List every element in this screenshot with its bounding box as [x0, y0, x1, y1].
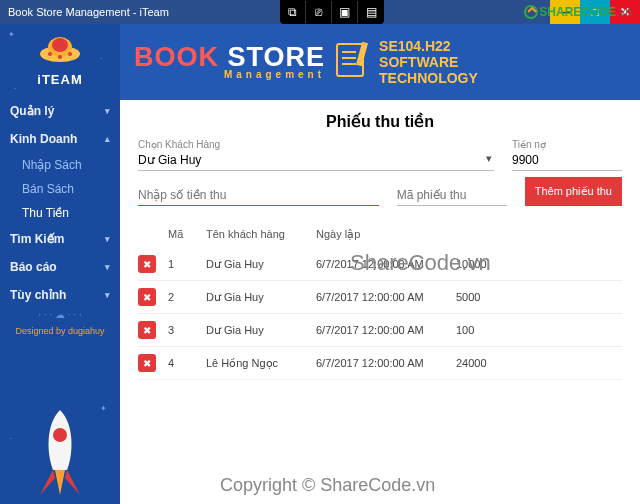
submit-button[interactable]: Thêm phiếu thu — [525, 177, 622, 206]
sidebar-item-tuychinh[interactable]: Tùy chỉnh▾ — [0, 281, 120, 309]
chevron-down-icon: ▾ — [105, 106, 110, 116]
cell-amount: 100 — [456, 324, 526, 336]
customer-label: Chọn Khách Hàng — [138, 139, 494, 150]
cell-date: 6/7/2017 12:00:00 AM — [316, 258, 456, 270]
delete-button[interactable]: ✖ — [138, 354, 156, 372]
code-input[interactable] — [397, 185, 507, 206]
svg-point-5 — [58, 55, 62, 59]
customer-select[interactable] — [138, 150, 494, 171]
cell-name: Dư Gia Huy — [206, 258, 316, 271]
rocket-icon — [0, 400, 120, 504]
cell-id: 4 — [168, 357, 206, 369]
content: BOOK STORE Management SE104.H22 SOFTWARE… — [120, 24, 640, 504]
amount-input[interactable] — [138, 185, 379, 206]
table-row[interactable]: ✖4Lê Hồng Ngọc6/7/2017 12:00:00 AM24000 — [138, 347, 622, 380]
notepad-icon — [335, 40, 369, 84]
table-header: Mã Tên khách hàng Ngày lập — [138, 222, 622, 248]
designed-by: Designed by dugiahuy — [0, 326, 120, 336]
sharecode-badge: SHARECODE.vn — [523, 4, 632, 20]
chevron-down-icon: ▾ — [105, 234, 110, 244]
cell-id: 1 — [168, 258, 206, 270]
sidebar-item-timkiem[interactable]: Tìm Kiếm▾ — [0, 225, 120, 253]
cell-date: 6/7/2017 12:00:00 AM — [316, 291, 456, 303]
receipts-table: Mã Tên khách hàng Ngày lập ✖1Dư Gia Huy6… — [120, 218, 640, 380]
dev-toolbar: ⧉ ⎚ ▣ ▤ — [280, 0, 384, 24]
cell-id: 3 — [168, 324, 206, 336]
cell-amount: 5000 — [456, 291, 526, 303]
cell-id: 2 — [168, 291, 206, 303]
svg-point-7 — [53, 428, 67, 442]
sidebar-subitem-nhapsach[interactable]: Nhập Sách — [22, 153, 120, 177]
logo: iTEAM — [0, 24, 120, 91]
logo-name: iTEAM — [0, 72, 120, 87]
cell-date: 6/7/2017 12:00:00 AM — [316, 324, 456, 336]
sidebar-item-baocao[interactable]: Báo cáo▾ — [0, 253, 120, 281]
layout-icon[interactable]: ▣ — [332, 1, 358, 23]
cloud-divider-icon: · · · ☁ · · · — [0, 309, 120, 320]
banner-course-info: SE104.H22 SOFTWARE TECHNOLOGY — [379, 38, 478, 86]
debt-field[interactable] — [512, 150, 622, 171]
cell-amount: 10000 — [456, 258, 526, 270]
sidebar-item-kinhdoanh[interactable]: Kinh Doanh▴ — [0, 125, 120, 153]
cell-name: Dư Gia Huy — [206, 291, 316, 304]
form-area: Phiếu thu tiền Chọn Khách Hàng Tiền nợ — [120, 100, 640, 218]
table-row[interactable]: ✖3Dư Gia Huy6/7/2017 12:00:00 AM100 — [138, 314, 622, 347]
page-title: Phiếu thu tiền — [138, 112, 622, 131]
chevron-down-icon: ▾ — [105, 262, 110, 272]
sidebar-item-quanly[interactable]: Quản lý▾ — [0, 97, 120, 125]
table-row[interactable]: ✖1Dư Gia Huy6/7/2017 12:00:00 AM10000 — [138, 248, 622, 281]
cast-icon[interactable]: ⎚ — [306, 1, 332, 23]
sidebar-menu: Quản lý▾ Kinh Doanh▴ Nhập Sách Bán Sách … — [0, 97, 120, 336]
svg-rect-12 — [356, 42, 368, 67]
cell-date: 6/7/2017 12:00:00 AM — [316, 357, 456, 369]
sidebar: ✦ · · ✦ · iTEAM Quản lý▾ Kinh Doanh▴ — [0, 24, 120, 504]
chevron-down-icon: ▾ — [105, 290, 110, 300]
table-row[interactable]: ✖2Dư Gia Huy6/7/2017 12:00:00 AM5000 — [138, 281, 622, 314]
chevron-up-icon: ▴ — [105, 134, 110, 144]
svg-point-6 — [68, 52, 72, 56]
delete-button[interactable]: ✖ — [138, 288, 156, 306]
window-title: Book Store Management - iTeam — [8, 6, 169, 18]
cell-name: Lê Hồng Ngọc — [206, 357, 316, 370]
sidebar-subitem-thutien[interactable]: Thu Tiền — [22, 201, 120, 225]
svg-point-3 — [52, 38, 68, 52]
delete-button[interactable]: ✖ — [138, 321, 156, 339]
ufo-icon — [35, 32, 85, 70]
cell-name: Dư Gia Huy — [206, 324, 316, 337]
banner: BOOK STORE Management SE104.H22 SOFTWARE… — [120, 24, 640, 100]
debt-label: Tiền nợ — [512, 139, 622, 150]
sidebar-subitem-bansach[interactable]: Bán Sách — [22, 177, 120, 201]
delete-button[interactable]: ✖ — [138, 255, 156, 273]
cell-amount: 24000 — [456, 357, 526, 369]
svg-point-4 — [48, 52, 52, 56]
screen-icon[interactable]: ⧉ — [280, 1, 306, 23]
qr-icon[interactable]: ▤ — [358, 1, 384, 23]
